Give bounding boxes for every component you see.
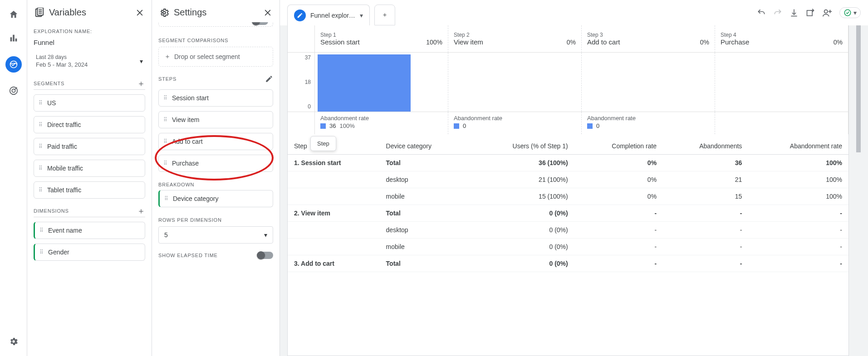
settings-gear-icon [159, 8, 169, 18]
funnel-bar-cell [448, 53, 582, 112]
exploration-tab[interactable]: Funnel explor… ▾ [287, 5, 370, 25]
settings-title: Settings [174, 7, 206, 18]
segment-chip[interactable]: ⠿Mobile traffic [34, 160, 145, 177]
add-tab-button[interactable]: ＋ [374, 5, 395, 25]
canvas: Funnel explor… ▾ ＋ ▾ Step 1 [280, 0, 868, 356]
drag-handle-icon: ⠿ [163, 117, 167, 122]
breakdown-chip[interactable]: ⠿ Device category [158, 190, 273, 207]
drag-handle-icon: ⠿ [39, 144, 43, 149]
show-elapsed-toggle[interactable] [258, 252, 273, 259]
svg-rect-1 [13, 35, 15, 42]
download-icon[interactable] [790, 8, 799, 17]
dropdown-caret-icon: ▾ [140, 58, 143, 65]
table-column-header[interactable]: Abandonment rate [748, 138, 848, 155]
steps-label: STEPS [158, 76, 177, 82]
funnel-bar-cell [315, 53, 448, 112]
table-column-header[interactable]: Device category [380, 138, 470, 155]
step-chip[interactable]: ⠿Purchase [158, 155, 273, 172]
table-column-header[interactable]: Abandonments [663, 138, 748, 155]
funnel-bar [318, 54, 411, 112]
table-row[interactable]: desktop21 (100%)0%21100% [288, 171, 848, 188]
tab-caret-icon[interactable]: ▾ [360, 12, 363, 19]
close-variables-icon[interactable] [135, 8, 144, 17]
dimension-chip[interactable]: ⠿Gender [34, 244, 145, 261]
status-chip[interactable]: ▾ [839, 7, 861, 18]
share-icon[interactable] [822, 8, 832, 18]
svg-rect-2 [15, 39, 17, 41]
breakdown-label: BREAKDOWN [158, 182, 273, 187]
home-icon[interactable] [8, 9, 19, 20]
svg-rect-16 [807, 10, 813, 16]
table-row[interactable]: mobile15 (100%)0%15100% [288, 188, 848, 205]
series-swatch [454, 123, 459, 129]
explore-icon[interactable] [5, 56, 22, 73]
table-row[interactable]: desktop0 (0%)--- [288, 222, 848, 239]
table-row[interactable]: 3. Add to cartTotal0 (0%)--- [288, 255, 848, 272]
table-column-header[interactable]: Users (% of Step 1) [469, 138, 574, 155]
segment-chip[interactable]: ⠿Paid traffic [34, 138, 145, 155]
abandonment-cell: Abandonment rate0 [582, 112, 715, 134]
rows-per-dimension-label: ROWS PER DIMENSION [158, 217, 273, 223]
funnel-bar-cell [715, 53, 848, 112]
svg-point-20 [844, 10, 851, 16]
segment-chip[interactable]: ⠿Direct traffic [34, 116, 145, 133]
dimension-chip[interactable]: ⠿Event name [34, 222, 145, 239]
date-range-text: Feb 5 - Mar 3, 2024 [36, 61, 88, 68]
add-segment-button[interactable]: ＋ [137, 79, 145, 88]
canvas-toolbar: Funnel explor… ▾ ＋ ▾ [280, 0, 868, 25]
undo-icon[interactable] [757, 8, 766, 17]
drag-handle-icon: ⠿ [39, 228, 44, 233]
segment-comparisons-label: SEGMENT COMPARISONS [158, 38, 273, 43]
nav-rail [0, 0, 27, 356]
funnel-step-header[interactable]: Step 4Purchase0% [715, 25, 848, 53]
date-preset: Last 28 days [36, 54, 88, 60]
redo-icon[interactable] [773, 8, 782, 17]
rows-per-dimension-select[interactable]: 5 ▾ [158, 226, 273, 244]
vertical-scrollbar[interactable] [856, 25, 861, 356]
export-icon[interactable] [806, 8, 815, 17]
plus-icon: ＋ [164, 53, 171, 61]
drag-handle-icon: ⠿ [163, 139, 167, 144]
series-swatch [587, 123, 593, 129]
variables-panel: Variables EXPLORATION NAME: Funnel Last … [27, 0, 152, 356]
segment-chip[interactable]: ⠿Tablet traffic [34, 181, 145, 199]
tab-label: Funnel explor… [310, 12, 355, 19]
segment-dropzone[interactable]: ＋ Drop or select segment [158, 47, 273, 67]
reports-icon[interactable] [8, 33, 19, 44]
close-settings-icon[interactable] [263, 8, 272, 17]
pencil-icon [294, 10, 306, 21]
exploration-name-input[interactable]: Funnel [34, 37, 145, 51]
funnel-visualization: Step 1Session start100%Step 2View item0%… [287, 25, 849, 356]
dropdown-caret-icon: ▾ [264, 231, 267, 239]
series-swatch [320, 123, 326, 129]
drag-handle-icon: ⠿ [39, 166, 43, 171]
table-column-header[interactable]: Completion rate [574, 138, 663, 155]
funnel-step-header[interactable]: Step 1Session start100% [315, 25, 448, 53]
date-range-picker[interactable]: Last 28 days Feb 5 - Mar 3, 2024 ▾ [34, 51, 145, 71]
table-row[interactable]: 2. View itemTotal0 (0%)--- [288, 205, 848, 222]
funnel-step-header[interactable]: Step 3Add to cart0% [582, 25, 715, 53]
dropdown-caret-icon: ▾ [853, 9, 857, 16]
drag-handle-icon: ⠿ [39, 249, 44, 255]
drag-handle-icon: ⠿ [39, 122, 43, 127]
segment-chip[interactable]: ⠿US [34, 94, 145, 112]
edit-steps-button[interactable] [265, 75, 273, 83]
svg-point-13 [163, 11, 166, 14]
abandonment-cell: Abandonment rate0 [448, 112, 582, 134]
advertising-icon[interactable] [8, 85, 19, 96]
step-tooltip: Step [310, 136, 336, 151]
step-chip[interactable]: ⠿Session start [158, 89, 273, 107]
settings-panel: Settings SEGMENT COMPARISONS ＋ Drop or s… [152, 0, 280, 356]
table-row[interactable]: mobile0 (0%)--- [288, 239, 848, 255]
svg-rect-0 [10, 37, 12, 41]
chart-y-axis: 37180 [288, 53, 315, 112]
svg-point-17 [824, 10, 828, 13]
admin-gear-icon[interactable] [8, 336, 19, 347]
step-chip[interactable]: ⠿Add to cart [158, 133, 273, 150]
abandonment-cell [715, 112, 848, 134]
table-row[interactable]: 1. Session startTotal36 (100%)0%36100% [288, 155, 848, 171]
funnel-step-header[interactable]: Step 2View item0% [448, 25, 582, 53]
add-dimension-button[interactable]: ＋ [137, 207, 145, 215]
funnel-table: Step StepDevice categoryUsers (% of Step… [288, 134, 848, 356]
step-chip[interactable]: ⠿View item [158, 111, 273, 128]
